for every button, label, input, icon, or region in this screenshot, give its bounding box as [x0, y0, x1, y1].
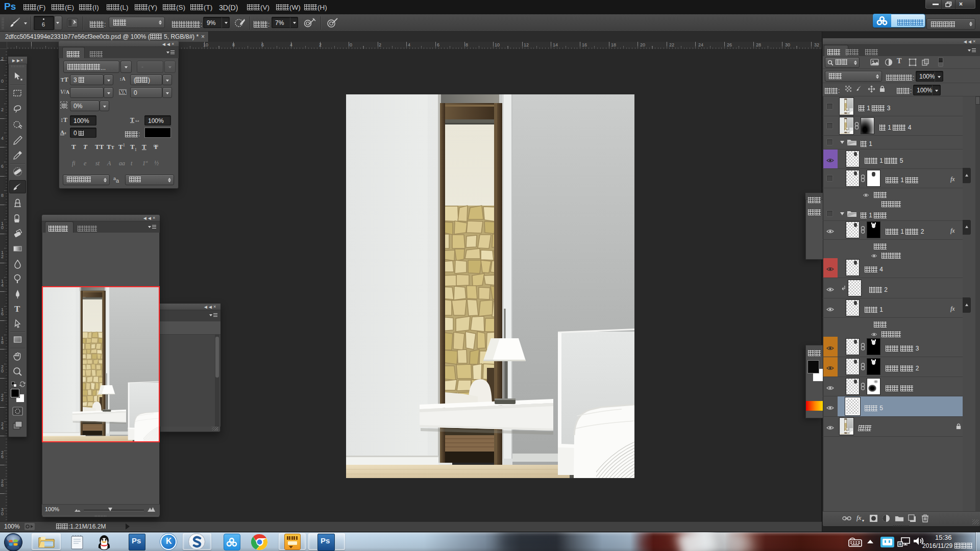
svg-text:T: T — [14, 304, 20, 314]
